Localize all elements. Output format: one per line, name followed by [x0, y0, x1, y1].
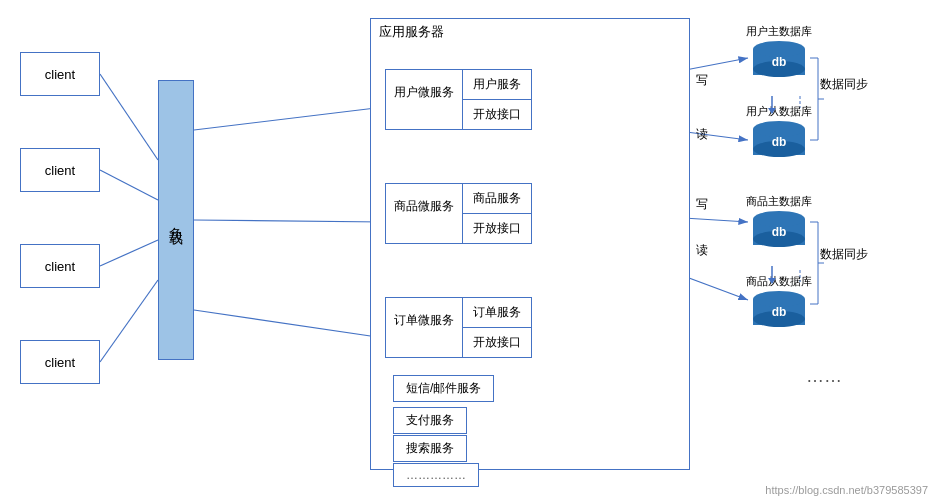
user-slave-db-label: 用户从数据库 — [746, 104, 812, 119]
watermark: https://blog.csdn.net/b379585397 — [765, 484, 928, 496]
order-micro-items: 订单服务 开放接口 — [462, 298, 531, 357]
data-sync-label-2: 数据同步 — [820, 246, 868, 263]
product-micro-items: 商品服务 开放接口 — [462, 184, 531, 243]
app-server: 应用服务器 用户微服务 用户服务 开放接口 商品微服务 商品服务 开放接口 订单… — [370, 18, 690, 470]
user-micro-items: 用户服务 开放接口 — [462, 70, 531, 129]
read-label-2: 读 — [696, 242, 708, 259]
user-micro-label: 用户微服务 — [386, 70, 462, 129]
user-micro-service: 用户微服务 用户服务 开放接口 — [385, 69, 532, 130]
client-label-4: client — [45, 355, 75, 370]
product-master-db-cylinder: db — [753, 211, 805, 247]
client-box-2: client — [20, 148, 100, 192]
load-balancer: 负载 — [158, 80, 194, 360]
client-label-2: client — [45, 163, 75, 178]
product-master-db: 商品主数据库 db — [746, 194, 812, 247]
svg-line-4 — [194, 107, 384, 130]
product-micro-label: 商品微服务 — [386, 184, 462, 243]
user-service-item-2: 开放接口 — [463, 100, 531, 129]
dots-label: …… — [806, 366, 842, 387]
write-label-2: 写 — [696, 196, 708, 213]
client-label-3: client — [45, 259, 75, 274]
more-services: …………… — [393, 463, 479, 487]
product-service-item-1: 商品服务 — [463, 184, 531, 214]
user-slave-db-cylinder: db — [753, 121, 805, 157]
order-micro-service: 订单微服务 订单服务 开放接口 — [385, 297, 532, 358]
user-master-db-label: 用户主数据库 — [746, 24, 812, 39]
product-master-db-text: db — [772, 225, 787, 239]
product-master-db-label: 商品主数据库 — [746, 194, 812, 209]
client-box-3: client — [20, 244, 100, 288]
search-service: 搜索服务 — [393, 435, 467, 462]
svg-line-2 — [100, 240, 158, 266]
client-box-4: client — [20, 340, 100, 384]
user-master-db-cylinder: db — [753, 41, 805, 77]
product-slave-db: 商品从数据库 db — [746, 274, 812, 327]
pay-service: 支付服务 — [393, 407, 467, 434]
user-slave-db: 用户从数据库 db — [746, 104, 812, 157]
svg-line-5 — [194, 220, 384, 222]
client-box-1: client — [20, 52, 100, 96]
sms-service: 短信/邮件服务 — [393, 375, 494, 402]
user-master-db: 用户主数据库 db — [746, 24, 812, 77]
svg-line-3 — [100, 280, 158, 362]
user-slave-db-text: db — [772, 135, 787, 149]
app-server-title: 应用服务器 — [371, 19, 689, 45]
product-service-item-2: 开放接口 — [463, 214, 531, 243]
data-sync-label-1: 数据同步 — [820, 76, 868, 93]
product-slave-db-text: db — [772, 305, 787, 319]
read-label-1: 读 — [696, 126, 708, 143]
product-slave-db-label: 商品从数据库 — [746, 274, 812, 289]
svg-line-0 — [100, 74, 158, 160]
order-micro-label: 订单微服务 — [386, 298, 462, 357]
write-label-1: 写 — [696, 72, 708, 89]
svg-line-6 — [194, 310, 384, 338]
client-label-1: client — [45, 67, 75, 82]
load-balancer-label: 负载 — [167, 216, 185, 224]
product-micro-service: 商品微服务 商品服务 开放接口 — [385, 183, 532, 244]
order-service-item-1: 订单服务 — [463, 298, 531, 328]
order-service-item-2: 开放接口 — [463, 328, 531, 357]
product-slave-db-cylinder: db — [753, 291, 805, 327]
diagram-container: client client client client 负载 应用服务器 用户微… — [0, 0, 936, 504]
user-service-item-1: 用户服务 — [463, 70, 531, 100]
user-master-db-text: db — [772, 55, 787, 69]
svg-line-1 — [100, 170, 158, 200]
